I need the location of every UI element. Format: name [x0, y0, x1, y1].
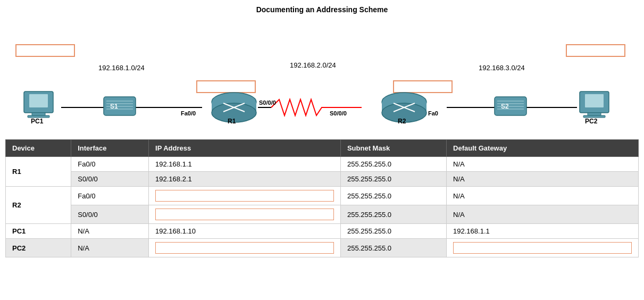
- ip-r1-s0: 192.168.2.1: [149, 172, 341, 187]
- table-row: PC1 N/A 192.168.1.10 255.255.255.0 192.1…: [6, 224, 639, 239]
- ip-pc2-cell: [149, 239, 341, 257]
- gateway-r2-s0: N/A: [447, 205, 639, 224]
- svg-text:Fa0: Fa0: [428, 110, 438, 116]
- subnet-r1-s0: 255.255.255.0: [340, 172, 446, 187]
- table-row: R1 Fa0/0 192.168.1.1 255.255.255.0 N/A: [6, 157, 639, 172]
- ip-r2-s0-input[interactable]: [155, 209, 334, 220]
- gateway-pc2-input[interactable]: [453, 242, 632, 254]
- device-r2: R2: [6, 187, 71, 224]
- subnet-pc2: 255.255.255.0: [340, 239, 446, 257]
- interface-r2-s0: S0/0/0: [71, 205, 149, 224]
- svg-text:S0/0/0: S0/0/0: [330, 110, 347, 116]
- svg-rect-3: [566, 45, 625, 56]
- svg-rect-2: [394, 81, 452, 93]
- table-header-row: Device Interface IP Address Subnet Mask …: [6, 140, 639, 157]
- gateway-pc2-cell: [447, 239, 639, 257]
- svg-rect-47: [588, 113, 601, 115]
- interface-pc1: N/A: [71, 224, 149, 239]
- ip-pc1: 192.168.1.10: [149, 224, 341, 239]
- interface-r1-fa0: Fa0/0: [71, 157, 149, 172]
- diagram-svg: 192.168.1.0/24 192.168.2.0/24 192.168.3.…: [0, 17, 644, 139]
- svg-text:PC2: PC2: [585, 118, 598, 125]
- table-row: S0/0/0 255.255.255.0 N/A: [6, 205, 639, 224]
- svg-rect-17: [29, 94, 48, 107]
- page-title: Documenting an Addressing Scheme: [0, 0, 644, 17]
- ip-r2-s0-cell: [149, 205, 341, 224]
- device-pc2: PC2: [6, 239, 71, 257]
- device-r1: R1: [6, 157, 71, 187]
- svg-text:R1: R1: [228, 118, 236, 125]
- col-header-ip: IP Address: [149, 140, 341, 157]
- subnet-r1-fa0: 255.255.255.0: [340, 157, 446, 172]
- gateway-r1-fa0: N/A: [447, 157, 639, 172]
- svg-rect-0: [16, 45, 74, 56]
- data-table-area: Device Interface IP Address Subnet Mask …: [0, 139, 644, 257]
- gateway-r2-fa0: N/A: [447, 187, 639, 205]
- svg-text:Fa0/0: Fa0/0: [181, 110, 196, 116]
- device-pc1: PC1: [6, 224, 71, 239]
- svg-text:S0/0/0: S0/0/0: [259, 99, 276, 106]
- svg-rect-18: [32, 113, 45, 115]
- table-row: S0/0/0 192.168.2.1 255.255.255.0 N/A: [6, 172, 639, 187]
- svg-text:192.168.2.0/24: 192.168.2.0/24: [290, 61, 336, 69]
- subnet-pc1: 255.255.255.0: [340, 224, 446, 239]
- interface-r1-s0: S0/0/0: [71, 172, 149, 187]
- col-header-interface: Interface: [71, 140, 149, 157]
- ip-r2-fa0-input[interactable]: [155, 190, 334, 202]
- svg-text:192.168.3.0/24: 192.168.3.0/24: [479, 64, 525, 72]
- table-row: PC2 N/A 255.255.255.0: [6, 239, 639, 257]
- gateway-r1-s0: N/A: [447, 172, 639, 187]
- col-header-subnet: Subnet Mask: [340, 140, 446, 157]
- subnet-r2-s0: 255.255.255.0: [340, 205, 446, 224]
- svg-text:R2: R2: [398, 118, 406, 125]
- interface-pc2: N/A: [71, 239, 149, 257]
- interface-r2-fa0: Fa0/0: [71, 187, 149, 205]
- network-diagram: 192.168.1.0/24 192.168.2.0/24 192.168.3.…: [0, 17, 644, 139]
- ip-pc2-input[interactable]: [155, 242, 334, 254]
- table-row: R2 Fa0/0 255.255.255.0 N/A: [6, 187, 639, 205]
- addressing-table: Device Interface IP Address Subnet Mask …: [5, 139, 639, 257]
- col-header-device: Device: [6, 140, 71, 157]
- subnet-r2-fa0: 255.255.255.0: [340, 187, 446, 205]
- svg-text:PC1: PC1: [31, 118, 44, 125]
- gateway-pc1: 192.168.1.1: [447, 224, 639, 239]
- svg-rect-1: [197, 81, 255, 93]
- ip-r2-fa0-cell: [149, 187, 341, 205]
- col-header-gateway: Default Gateway: [447, 140, 639, 157]
- svg-text:192.168.1.0/24: 192.168.1.0/24: [98, 64, 145, 72]
- ip-r1-fa0: 192.168.1.1: [149, 157, 341, 172]
- svg-rect-46: [585, 94, 604, 107]
